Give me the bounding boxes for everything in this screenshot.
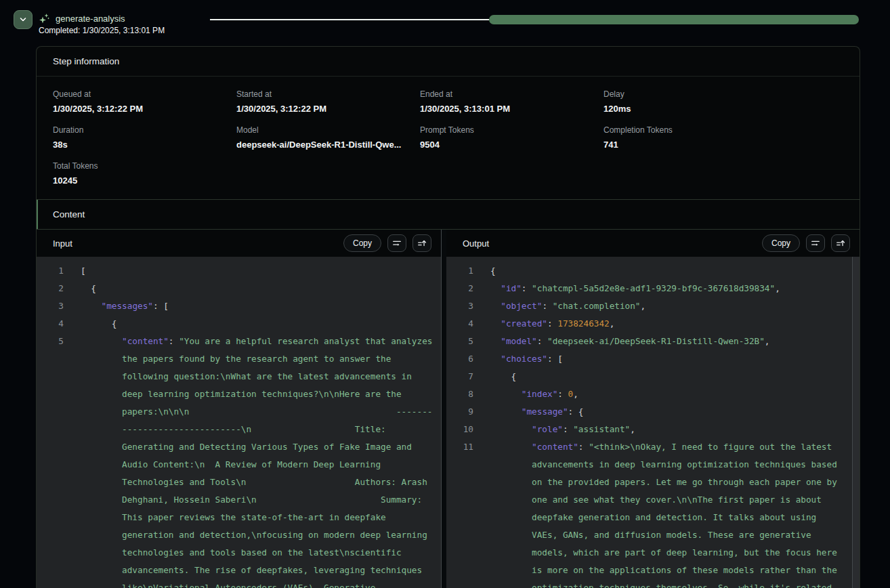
timeline-track-line [210,19,489,20]
metric-ended-at: Ended at 1/30/2025, 3:13:01 PM [420,89,603,115]
output-scrollbar[interactable] [852,257,860,588]
content-section-title: Content [53,209,85,219]
line-number: 8 [456,385,473,403]
metric-total-tokens: Total Tokens 10245 [53,161,236,187]
code-line: 1[ [46,262,433,280]
line-number: 4 [46,315,64,333]
output-panel-actions: Copy [762,234,850,252]
metric-value: 9504 [420,139,603,151]
metric-duration: Duration 38s [53,125,236,151]
content-section-header: Content [37,199,860,230]
code-line: 2{ [46,280,433,297]
metric-label: Prompt Tokens [420,125,603,135]
code-line-content: { [81,280,433,297]
wrap-text-button[interactable] [387,234,406,252]
line-number: 3 [456,297,473,315]
code-line: 4{ [46,315,433,333]
line-number: 10 [456,421,473,438]
input-code-viewer[interactable]: 1[2{3"messages": [4{5"content": "You are… [37,257,441,588]
run-completed-timestamp: Completed: 1/30/2025, 3:13:01 PM [39,26,165,35]
code-line: 7{ [456,368,844,385]
output-panel: Output Copy 1{2"id": "ch [446,230,860,588]
code-line: 4"created": 1738246342, [456,315,844,333]
metric-label: Total Tokens [53,161,236,171]
code-line-content: [ [81,262,433,280]
wrap-text-icon [811,238,820,248]
wrap-text-icon [392,238,402,248]
code-line-content: "index": 0, [490,385,844,403]
input-panel-title: Input [53,238,343,249]
code-line-content: "model": "deepseek-ai/DeepSeek-R1-Distil… [490,333,844,350]
copy-output-button[interactable]: Copy [762,234,800,252]
code-line-content: "messages": [ [81,297,433,315]
scroll-to-top-icon [836,238,845,248]
output-code-viewer[interactable]: 1{2"id": "chatcmpl-5a5d2e8e-adf1-9329-bf… [446,257,860,588]
code-line: 3"object": "chat.completion", [456,297,844,315]
panel-divider [441,230,446,588]
input-output-panels: Input Copy 1[2{3"message [37,230,860,588]
collapse-button[interactable] [14,10,33,29]
line-number: 5 [46,333,64,588]
line-number: 2 [456,280,473,297]
metric-completion-tokens: Completion Tokens 741 [603,125,787,151]
run-header: generate-analysis Completed: 1/30/2025, … [0,0,890,42]
code-line-content: { [490,262,844,280]
metric-label: Ended at [420,89,603,100]
code-line: 9"message": { [456,403,844,421]
line-number: 3 [46,297,64,315]
code-line-content: "id": "chatcmpl-5a5d2e8e-adf1-9329-bf9c-… [490,280,844,297]
line-number: 4 [456,315,473,333]
code-line: 8"index": 0, [456,385,844,403]
code-line-content: { [81,315,433,333]
code-line-content: { [490,368,844,385]
code-line: 11"content": "<think>\nOkay, I need to f… [456,438,844,588]
metric-value: deepseek-ai/DeepSeek-R1-Distill-Qwe... [236,139,420,151]
timeline-duration-bar[interactable] [489,15,859,24]
code-line: 6"choices": [ [456,350,844,368]
metric-value: 120ms [603,103,787,115]
code-line: 2"id": "chatcmpl-5a5d2e8e-adf1-9329-bf9c… [456,280,844,297]
line-number: 2 [46,280,64,297]
input-panel-header: Input Copy [37,230,441,257]
line-number: 1 [46,262,64,280]
code-line-content: "created": 1738246342, [490,315,844,333]
metric-prompt-tokens: Prompt Tokens 9504 [420,125,603,151]
code-line: 5"model": "deepseek-ai/DeepSeek-R1-Disti… [456,333,844,350]
line-number: 11 [456,438,473,588]
code-line-content: "content": "You are a helpful research a… [81,333,433,588]
metric-value: 1/30/2025, 3:12:22 PM [53,103,236,115]
code-line: 1{ [456,262,844,280]
code-line-content: "choices": [ [490,350,844,368]
metric-started-at: Started at 1/30/2025, 3:12:22 PM [236,89,420,115]
step-information-header: Step information [37,47,860,77]
input-panel: Input Copy 1[2{3"message [37,230,441,588]
metric-label: Queued at [53,89,236,100]
metric-value: 741 [603,139,787,151]
metric-value: 1/30/2025, 3:12:22 PM [236,103,420,115]
line-number: 5 [456,333,473,350]
line-number: 9 [456,403,473,421]
scroll-top-button[interactable] [412,234,431,252]
step-detail-card: Step information Queued at 1/30/2025, 3:… [36,46,860,588]
output-code-body: 1{2"id": "chatcmpl-5a5d2e8e-adf1-9329-bf… [456,262,844,588]
metric-label: Completion Tokens [603,125,787,135]
line-number: 1 [456,262,473,280]
scroll-top-button[interactable] [831,234,850,252]
code-line: 10"role": "assistant", [456,421,844,438]
metric-model: Model deepseek-ai/DeepSeek-R1-Distill-Qw… [236,125,420,151]
step-metrics-grid: Queued at 1/30/2025, 3:12:22 PM Started … [37,77,860,199]
run-title: generate-analysis [56,14,125,24]
metric-value: 38s [53,139,236,151]
step-information-title: Step information [53,56,119,66]
wrap-text-button[interactable] [806,234,825,252]
output-panel-header: Output Copy [446,230,860,257]
output-panel-title: Output [463,238,762,249]
code-line-content: "object": "chat.completion", [490,297,844,315]
metric-label: Model [236,125,420,135]
input-code-body: 1[2{3"messages": [4{5"content": "You are… [46,262,433,588]
metric-delay: Delay 120ms [603,89,787,115]
metric-label: Delay [603,89,787,100]
line-number: 6 [456,350,473,368]
copy-input-button[interactable]: Copy [343,234,381,252]
metric-label: Started at [236,89,420,100]
